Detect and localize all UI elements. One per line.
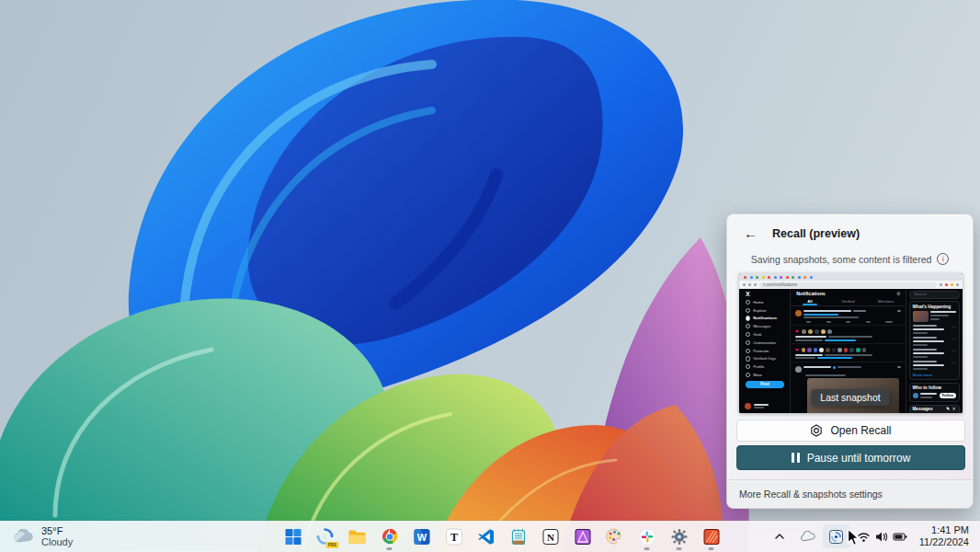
trend-hero-image	[913, 311, 929, 322]
snapshot-status-text: Saving snapshots, some content is filter…	[751, 254, 932, 265]
more-options-icon[interactable]: ⋯	[952, 349, 957, 353]
x-sidebar-item-home[interactable]: Home	[746, 298, 790, 306]
taskbar-app-notion-icon[interactable]: N	[536, 522, 565, 551]
who-to-follow-card: Who to follow Follow	[909, 383, 961, 402]
follow-button[interactable]: Follow	[940, 393, 956, 399]
taskbar-app-settings-icon[interactable]	[665, 522, 694, 551]
extension-icon	[945, 283, 948, 286]
nav-icon	[746, 340, 750, 345]
panel-footer: More Recall & snapshots settings	[727, 479, 973, 508]
taskbar-app-slack-icon[interactable]	[632, 522, 662, 551]
more-options-icon[interactable]: ⋯	[952, 361, 957, 365]
profile-icon	[956, 283, 959, 286]
reactor-avatar	[802, 348, 806, 352]
more-options-icon[interactable]: ⋯	[952, 337, 957, 341]
nav-icon	[746, 356, 750, 361]
messages-drawer[interactable]: Messages ✎ ˃	[909, 405, 961, 414]
taskbar-app-start-icon[interactable]	[279, 522, 308, 551]
x-sidebar-item-messages[interactable]: Messages	[746, 322, 790, 330]
trending-topic[interactable]: ⋯	[913, 361, 957, 370]
browser-tab	[780, 276, 782, 279]
url-field: x.com/notifications	[759, 282, 937, 288]
x-sidebar-item-verified-orgs[interactable]: Verified Orgs	[746, 355, 790, 363]
more-recall-settings-link[interactable]: More Recall & snapshots settings	[739, 489, 883, 500]
taskbar-app-preview-app-icon[interactable]: PRE	[311, 522, 340, 551]
svg-text:W: W	[416, 531, 427, 542]
x-sidebar-item-explore[interactable]: Explore	[746, 306, 790, 315]
more-options-icon[interactable]: ⋯	[952, 325, 957, 329]
account-switcher[interactable]	[745, 403, 769, 409]
browser-tab	[810, 276, 813, 279]
running-indicator	[677, 547, 682, 550]
browser-refresh-icon	[754, 283, 757, 286]
reactor-avatar	[819, 348, 824, 352]
taskbar-app-paint-icon[interactable]	[600, 522, 630, 551]
notification-item[interactable]: ♥	[791, 326, 905, 344]
clock-date-button[interactable]: 1:41 PM 11/22/2024	[914, 524, 976, 548]
notification-item[interactable]: ♥	[791, 344, 905, 362]
follow-suggestion[interactable]: Follow	[913, 393, 957, 399]
browser-tab	[774, 276, 777, 279]
running-indicator	[387, 547, 393, 550]
hidden-icons-chevron[interactable]	[766, 524, 793, 548]
pause-icon	[792, 453, 800, 463]
taskbar-app-word-icon[interactable]: W	[407, 522, 437, 551]
taskbar-app-icons: PREWTN	[279, 521, 726, 552]
like-heart-icon: ♥	[795, 329, 798, 334]
snapshot-status-line: Saving snapshots, some content is filter…	[727, 253, 973, 265]
running-indicator	[709, 547, 714, 550]
x-sidebar-item-communities[interactable]: Communities	[746, 339, 790, 347]
whats-happening-title: What's Happening	[913, 305, 957, 309]
weather-widget[interactable]: 35°F Cloudy	[6, 521, 80, 552]
browser-tab	[750, 276, 753, 279]
svg-text:N: N	[547, 531, 554, 542]
x-sidebar-item-profile[interactable]: Profile	[746, 362, 790, 371]
x-sidebar-item-more[interactable]: More	[746, 371, 790, 379]
notifications-tab-verified[interactable]: Verified	[829, 297, 867, 305]
x-sidebar-item-premium[interactable]: Premium	[746, 347, 790, 355]
x-sidebar-item-notifications[interactable]: Notifications	[746, 315, 790, 323]
taskbar-app-file-explorer-icon[interactable]	[343, 522, 372, 551]
trend-hero-item[interactable]	[913, 311, 957, 322]
notifications-title: Notifications	[796, 291, 825, 296]
svg-text:T: T	[450, 530, 457, 543]
nav-icon	[746, 349, 750, 353]
taskbar-app-chrome-icon[interactable]	[375, 522, 405, 551]
clock-time: 1:41 PM	[931, 524, 969, 536]
pause-until-tomorrow-button[interactable]: Pause until tomorrow	[736, 445, 965, 470]
taskbar-app-affinity-photo-icon[interactable]	[568, 522, 598, 551]
onedrive-icon[interactable]	[794, 524, 822, 548]
taskbar: 35°F Cloudy PREWTN	[0, 521, 980, 552]
taskbar-app-vscode-icon[interactable]	[472, 522, 501, 551]
x-sidebar-item-grok[interactable]: Grok	[746, 330, 790, 339]
reactor-avatar	[849, 348, 854, 352]
who-to-follow-title: Who to follow	[913, 385, 957, 390]
notifications-tab-all[interactable]: All	[791, 297, 828, 305]
x-sidebar: X HomeExploreNotificationsMessagesGrokCo…	[739, 289, 790, 413]
trending-topic[interactable]: ⋯	[913, 325, 957, 334]
post-button[interactable]: Post	[746, 381, 784, 388]
like-heart-icon: ♥	[795, 348, 798, 352]
system-tray: 1:41 PM 11/22/2024	[766, 521, 976, 552]
x-logo: X	[746, 291, 790, 297]
taskbar-app-affinity-publisher-icon[interactable]	[697, 522, 726, 551]
reactor-avatar	[815, 329, 819, 334]
recall-logo-icon	[810, 424, 823, 437]
taskbar-app-notepad-icon[interactable]	[504, 522, 533, 551]
settings-gear-icon[interactable]: ⚙	[896, 291, 900, 296]
trending-topic[interactable]: ⋯	[913, 349, 957, 358]
notifications-tab-mentions[interactable]: Mentions	[867, 297, 905, 305]
x-search-input[interactable]: Search	[909, 291, 961, 299]
open-recall-button[interactable]: Open Recall	[736, 420, 965, 442]
taskbar-app-typora-icon[interactable]: T	[439, 522, 469, 551]
show-more-link[interactable]: Show more	[913, 373, 957, 377]
browser-forward-icon	[748, 283, 751, 286]
trending-topic[interactable]: ⋯	[913, 337, 957, 346]
browser-back-icon	[743, 283, 746, 286]
battery-icon	[893, 531, 907, 543]
back-button[interactable]: ←	[744, 225, 758, 242]
preview-badge: PRE	[326, 542, 339, 548]
notification-item[interactable]	[791, 306, 905, 326]
extension-icon	[940, 283, 942, 286]
browser-tab	[762, 276, 765, 279]
